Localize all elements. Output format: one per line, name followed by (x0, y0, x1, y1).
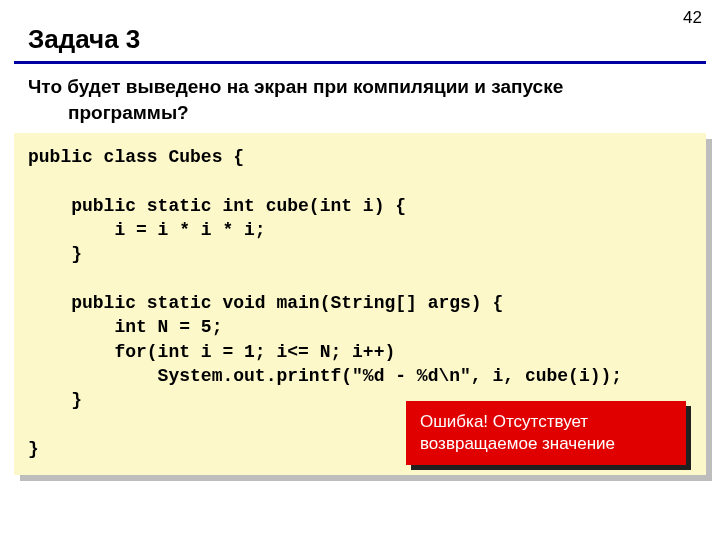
code-block-container: public class Cubes { public static int c… (14, 133, 706, 475)
question-text: Что будет выведено на экран при компиляц… (0, 72, 720, 127)
error-callout-container: Ошибка! Отсутствует возвращаемое значени… (406, 401, 686, 465)
error-line-2: возвращаемое значение (420, 433, 668, 455)
error-line-1: Ошибка! Отсутствует (420, 411, 668, 433)
title-underline (14, 61, 706, 64)
question-line-2: программы? (28, 100, 692, 126)
slide-title: Задача 3 (0, 0, 720, 59)
slide: 42 Задача 3 Что будет выведено на экран … (0, 0, 720, 540)
page-number: 42 (683, 8, 702, 28)
error-callout: Ошибка! Отсутствует возвращаемое значени… (406, 401, 686, 465)
question-line-1: Что будет выведено на экран при компиляц… (28, 76, 563, 97)
